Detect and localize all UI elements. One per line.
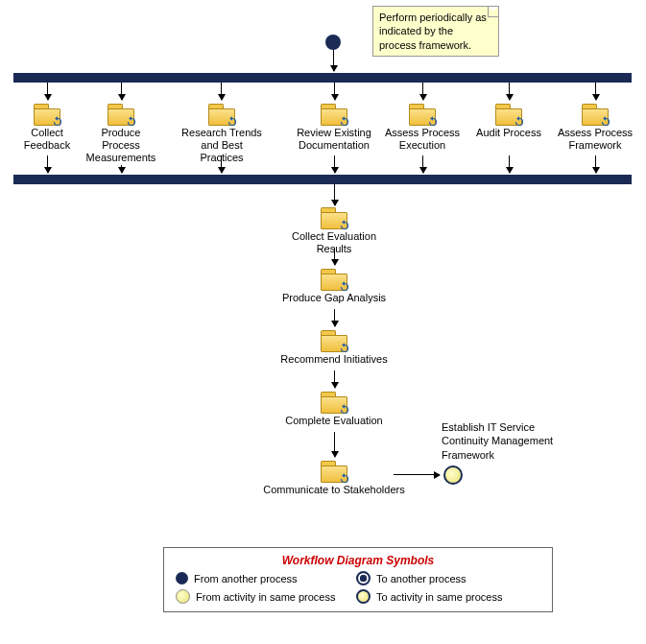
legend-item: From another process [176, 571, 339, 585]
flow-arrow [422, 83, 423, 100]
join-bar [13, 175, 632, 184]
legend-label: To activity in same process [376, 591, 502, 603]
activity-research-trends: Research Trends and Best Practices [179, 104, 265, 165]
activity-label: Recommend Initiatives [276, 353, 392, 366]
activity-communicate-stakeholders: Communicate to Stakeholders [257, 461, 411, 496]
to-same-process-icon [356, 589, 371, 604]
flow-arrow [422, 155, 423, 173]
flow-arrow [334, 248, 335, 265]
activity-icon [470, 104, 547, 125]
legend-box: Workflow Diagram Symbols From another pr… [163, 547, 553, 612]
activity-label: Assess Process Framework [557, 127, 634, 152]
flow-arrow [221, 83, 222, 100]
fork-bar [13, 73, 632, 83]
legend-title: Workflow Diagram Symbols [176, 554, 540, 567]
flow-arrow [121, 83, 122, 100]
activity-collect-feedback: Collect Feedback [9, 104, 85, 152]
legend-label: To another process [376, 573, 467, 584]
activity-label: Produce Process Measurements [83, 127, 159, 165]
side-output-label: Establish IT Service Continuity Manageme… [442, 420, 576, 462]
flow-arrow [394, 474, 440, 475]
to-another-process-icon [356, 571, 371, 585]
flow-arrow [509, 83, 510, 100]
start-node [325, 35, 341, 50]
activity-icon [296, 104, 372, 125]
from-same-process-icon [176, 589, 190, 604]
activity-label: Communicate to Stakeholders [257, 484, 411, 496]
activity-icon [9, 104, 85, 125]
annotation-note: Perform periodically as indicated by the… [372, 6, 499, 57]
activity-recommend-initiatives: Recommend Initiatives [276, 330, 392, 366]
activity-icon [83, 104, 159, 125]
activity-label: Research Trends and Best Practices [179, 127, 265, 165]
activity-review-documentation: Review Existing Documentation [296, 104, 372, 152]
legend-label: From another process [194, 573, 298, 584]
activity-gap-analysis: Produce Gap Analysis [276, 269, 392, 304]
activity-icon [276, 207, 392, 228]
legend-item: From activity in same process [176, 589, 339, 604]
activity-icon [276, 269, 392, 290]
legend-item: To another process [356, 571, 519, 585]
flow-arrow [47, 83, 48, 100]
activity-label: Produce Gap Analysis [276, 292, 392, 304]
flow-arrow [334, 155, 335, 173]
activity-icon [276, 330, 392, 351]
activity-label: Audit Process [470, 127, 547, 139]
activity-icon [557, 104, 634, 125]
flow-arrow [334, 83, 335, 100]
from-another-process-icon [176, 572, 188, 584]
flow-arrow [47, 155, 48, 173]
activity-complete-evaluation: Complete Evaluation [276, 392, 392, 427]
activity-icon [179, 104, 265, 125]
flow-arrow [333, 50, 334, 71]
flow-arrow [334, 309, 335, 326]
flow-arrow [121, 165, 122, 173]
activity-icon [257, 461, 411, 482]
end-node-same-process [443, 465, 463, 485]
activity-produce-measurements: Produce Process Measurements [83, 104, 159, 165]
flow-arrow [334, 432, 335, 457]
flow-arrow [221, 155, 222, 173]
flow-arrow [334, 184, 335, 205]
note-text: Perform periodically as indicated by the… [379, 12, 487, 51]
legend-label: From activity in same process [196, 591, 335, 603]
activity-label: Review Existing Documentation [296, 127, 372, 152]
flow-arrow [595, 155, 596, 173]
flow-arrow [509, 155, 510, 173]
activity-label: Assess Process Execution [384, 127, 461, 152]
activity-icon [384, 104, 461, 125]
activity-label: Complete Evaluation [276, 415, 392, 427]
legend-item: To activity in same process [356, 589, 519, 604]
activity-audit-process: Audit Process [470, 104, 547, 139]
activity-icon [276, 392, 392, 413]
flow-arrow [334, 370, 335, 388]
activity-label: Collect Feedback [9, 127, 85, 152]
activity-assess-execution: Assess Process Execution [384, 104, 461, 152]
activity-assess-framework: Assess Process Framework [557, 104, 634, 152]
flow-arrow [595, 83, 596, 100]
workflow-diagram: Perform periodically as indicated by the… [0, 0, 646, 644]
